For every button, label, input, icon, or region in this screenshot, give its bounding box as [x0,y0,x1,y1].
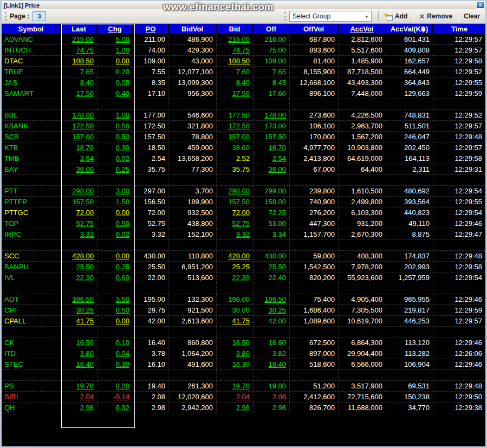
cell-accval: 164,113 [386,153,433,164]
cell-off: 109.00 [254,56,290,66]
clear-button[interactable]: Clear [460,12,483,20]
cell-accval: 393,564 [386,197,433,207]
row-TRUE[interactable]: TRUE7.650.207.5512,077,1007.607.658,155,… [2,67,485,77]
cell-bidvol: 956,300 [169,88,217,99]
empty-cell [2,370,61,380]
row-SCC[interactable]: SCC428.000.00430.00110,800428.00430.0059… [2,251,485,262]
cell-chg: 0.50 [98,305,133,315]
cell-symbol: IRPC [2,229,61,239]
cell-time: 12:29:57 [433,45,485,55]
column-header-last[interactable]: Last [61,24,98,34]
column-header-off[interactable]: Off [254,24,290,34]
chevron-down-icon[interactable]: ▼ [362,15,371,18]
column-header-bidvol[interactable]: BidVol [169,24,217,34]
column-header-chg[interactable]: Chg [98,24,133,34]
group-select[interactable]: Select Group ▼ [289,11,372,22]
row-BBL[interactable]: BBL178.001.00177.00546,600177.50178.0027… [2,110,485,121]
column-header-accvol[interactable]: AccVol [339,24,386,34]
row-BAY[interactable]: BAY36.000.2535.7577,30035.7536.0067,0006… [2,164,485,175]
cell-chg: 0.30 [98,142,133,153]
row-CK[interactable]: CK16.500.1016.40860,80016.5016.60672,500… [2,337,485,348]
cell-symbol: KBANK [2,121,61,131]
row-TOP[interactable]: TOP52.750.5052.75438,80052.7553.00447,30… [2,218,485,229]
cell-last: 22.30 [61,272,98,283]
row-KBANK[interactable]: KBANK172.500.50172.50321,800172.50173.00… [2,121,485,132]
cell-bid: 157.50 [217,197,254,207]
cell-offvol: 740,900 [290,197,339,207]
cell-symbol: PTTGC [2,207,61,218]
empty-cell [169,327,217,337]
cell-last: 18.70 [61,142,98,153]
cell-chg: 0.00 [98,316,133,326]
cell-last: 2.04 [61,392,98,402]
empty-cell [386,175,433,185]
row-ADVANC[interactable]: ADVANC215.005.00211.00486,900215.00216.0… [2,34,485,45]
cell-chg: 0.00 [98,207,133,218]
row-AOT[interactable]: AOT196.503.50195.00132,300196.00196.5075… [2,294,485,305]
cell-bid: 35.75 [217,164,254,174]
row-CPF[interactable]: CPF30.250.5029.75921,50030.0030.251,686,… [2,305,485,316]
cell-off: 8.45 [254,77,290,88]
cell-bid: 108.50 [217,56,254,66]
toolbar-separator [458,11,458,22]
cell-accvol: 11,688,000 [339,402,386,413]
remove-button[interactable]: ✕ Remove [415,12,456,21]
cell-symbol: SCB [2,132,61,142]
row-SCB[interactable]: SCB157.000.50157.5078,800157.00157.50170… [2,132,485,142]
row-INTUCH[interactable]: INTUCH74.751.0074.00429,30074.7575.00893… [2,45,485,56]
cell-symbol: BAY [2,164,61,174]
column-header-bid[interactable]: Bid [217,24,254,34]
cell-chg: -0.14 [98,392,133,402]
empty-cell [169,99,217,109]
column-header-offvol[interactable]: OffVol [290,24,339,34]
empty-cell [339,99,386,109]
empty-cell [386,327,433,337]
row-PS[interactable]: PS19.700.2019.40261,30019.7019.8051,2003… [2,381,485,392]
row-PTTGC[interactable]: PTTGC72.000.0072.00932,50072.0072.25276,… [2,207,485,218]
cell-po: 17.10 [133,88,169,99]
table-body: ADVANC215.005.00211.00486,900215.00216.0… [2,34,485,413]
close-button[interactable]: X [476,2,484,9]
cell-time: 12:29:57 [433,142,485,153]
cell-chg: 0.30 [98,359,133,369]
add-button[interactable]: + Add [381,12,411,21]
row-JAS[interactable]: JAS8.400.058.3513,099,3008.408.4512,668,… [2,77,485,88]
row-PTT[interactable]: PTT298.003.00297.003,700298.00299.00239,… [2,186,485,197]
column-header-po[interactable]: PO [133,24,169,34]
column-header-time[interactable]: Time [433,24,485,34]
row-IRPC[interactable]: IRPC3.320.023.32152,1003.323.341,157,700… [2,229,485,240]
column-header-accval[interactable]: AccVal(K฿) [386,24,433,34]
cell-offvol: 51,200 [290,381,339,391]
row-TMB[interactable]: TMB2.540.022.5413,658,2002.522.542,413,8… [2,153,485,164]
row-IVL[interactable]: IVL22.300.6022.00513,60022.3022.40820,20… [2,272,485,283]
row-QH[interactable]: QH2.960.022.982,942,2002.962.98826,70011… [2,402,485,413]
empty-cell [98,175,133,185]
row-ITD[interactable]: ITD3.800.043.781,064,2003.803.82897,0002… [2,348,485,359]
page-number-input[interactable]: 3 [33,11,46,21]
cell-time: 12:29:47 [433,229,485,239]
row-KTB[interactable]: KTB18.700.3018.50459,00018.6018.704,977,… [2,142,485,153]
cell-last: 3.80 [61,348,98,359]
cell-off: 299.00 [254,186,290,196]
cell-symbol: BBL [2,110,61,120]
cell-bidvol: 12,020,600 [169,392,217,402]
cell-bidvol: 78,800 [169,132,217,142]
column-header-symbol[interactable]: Symbol [2,24,61,34]
cell-offvol: 820,200 [290,272,339,283]
cell-symbol: DTAC [2,56,61,66]
cell-off: 19.80 [254,381,290,391]
row-SAMART[interactable]: SAMART17.500.4017.10956,30017.5017.60896… [2,88,485,99]
cell-bidvol: 2,942,200 [169,402,217,413]
cell-bidvol: 152,100 [169,229,217,239]
cell-offvol: 276,200 [290,207,339,218]
row-SIRI[interactable]: SIRI2.04-0.142.0812,020,6002.042.062,412… [2,392,485,402]
empty-cell [217,327,254,337]
cell-last: 178.00 [61,110,98,120]
row-DTAC[interactable]: DTAC108.500.00109.0043,000108.50109.0081… [2,56,485,67]
row-PTTEP[interactable]: PTTEP157.501.50156.50189,900157.50158.00… [2,197,485,207]
cell-po: 35.75 [133,164,169,174]
row-STEC[interactable]: STEC16.400.3016.10491,60016.3016.40518,6… [2,359,485,370]
row-BANPU[interactable]: BANPU25.500.2525.506,951,20025.2525.501,… [2,262,485,272]
row-CPALL[interactable]: CPALL41.750.0042.002,613,60041.7542.001,… [2,316,485,327]
cell-accval: 202,450 [386,142,433,153]
